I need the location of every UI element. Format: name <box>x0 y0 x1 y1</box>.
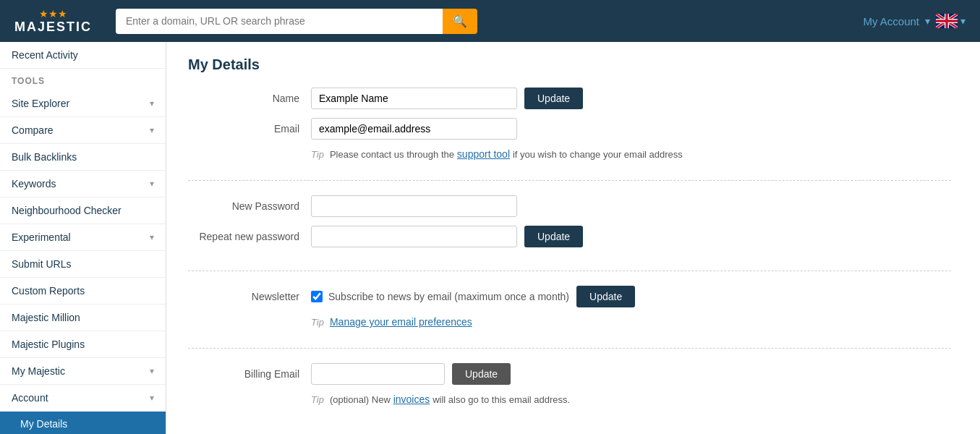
search-button[interactable]: 🔍 <box>443 9 477 34</box>
sidebar-item-majestic-million[interactable]: Majestic Million <box>0 305 166 331</box>
layout: Recent Activity TOOLS Site Explorer ▾ Co… <box>0 42 980 434</box>
logo-stars: ★★★ <box>14 8 92 20</box>
email-row: Email <box>188 118 951 140</box>
repeat-password-label: Repeat new password <box>188 231 311 242</box>
logo-text: MAJESTIC <box>14 20 92 35</box>
billing-tip-before: (optional) New <box>330 394 391 405</box>
newsletter-tip-row: Tip Manage your email preferences <box>311 316 951 328</box>
sidebar-tools-label: TOOLS <box>0 69 166 90</box>
tip-label: Tip <box>311 149 324 160</box>
sidebar-item-majestic-plugins[interactable]: Majestic Plugins <box>0 331 166 358</box>
new-password-input[interactable] <box>311 195 517 217</box>
search-bar: 🔍 <box>116 9 477 34</box>
invoices-link[interactable]: invoices <box>393 393 430 405</box>
newsletter-update-button[interactable]: Update <box>576 286 635 307</box>
my-account-link[interactable]: My Account <box>863 15 919 27</box>
support-tool-link[interactable]: support tool <box>457 148 510 160</box>
chevron-down-icon: ▾ <box>150 232 154 242</box>
newsletter-label: Newsletter <box>188 291 311 302</box>
newsletter-checkbox-row: Subscribe to news by email (maximum once… <box>311 291 569 302</box>
sidebar-item-recent-activity[interactable]: Recent Activity <box>0 42 166 69</box>
billing-email-input[interactable] <box>311 363 445 385</box>
language-chevron-icon: ▾ <box>960 15 966 27</box>
sidebar-item-my-details[interactable]: My Details <box>0 412 166 434</box>
newsletter-checkbox-label: Subscribe to news by email (maximum once… <box>328 291 569 302</box>
repeat-password-input[interactable] <box>311 226 517 247</box>
sidebar-item-keywords[interactable]: Keywords ▾ <box>0 171 166 197</box>
billing-tip-row: Tip (optional) New invoices will also go… <box>311 393 951 405</box>
billing-email-label: Billing Email <box>188 368 311 380</box>
chevron-down-icon: ▾ <box>150 179 154 189</box>
logo: ★★★ MAJESTIC <box>14 8 101 35</box>
email-label: Email <box>188 123 311 135</box>
email-input[interactable] <box>311 118 517 140</box>
sidebar: Recent Activity TOOLS Site Explorer ▾ Co… <box>0 42 166 434</box>
flag-icon <box>936 14 958 28</box>
newsletter-row: Newsletter Subscribe to news by email (m… <box>188 286 951 307</box>
name-update-button[interactable]: Update <box>524 88 583 109</box>
password-section: New Password Repeat new password Update <box>188 195 951 271</box>
billing-section: Billing Email Update Tip (optional) New … <box>188 363 951 425</box>
new-password-label: New Password <box>188 200 311 212</box>
newsletter-section: Newsletter Subscribe to news by email (m… <box>188 286 951 349</box>
manage-email-preferences-link[interactable]: Manage your email preferences <box>330 316 472 328</box>
email-tip-text: Please contact us through the <box>330 149 454 160</box>
sidebar-item-account[interactable]: Account ▾ <box>0 385 166 412</box>
sidebar-item-compare[interactable]: Compare ▾ <box>0 117 166 144</box>
main-content: My Details Name Update Email Tip Please … <box>166 42 980 434</box>
name-input[interactable] <box>311 88 517 109</box>
search-icon: 🔍 <box>453 15 467 27</box>
recent-activity-label: Recent Activity <box>12 49 78 61</box>
sidebar-item-custom-reports[interactable]: Custom Reports <box>0 278 166 305</box>
chevron-down-icon: ▾ <box>150 366 154 376</box>
header: ★★★ MAJESTIC 🔍 My Account ▾ ▾ <box>0 0 980 42</box>
page-title: My Details <box>188 56 951 73</box>
name-label: Name <box>188 93 311 104</box>
sidebar-item-bulk-backlinks[interactable]: Bulk Backlinks <box>0 144 166 171</box>
chevron-down-icon: ▾ <box>150 393 154 403</box>
sidebar-item-submit-urls[interactable]: Submit URLs <box>0 251 166 278</box>
billing-update-button[interactable]: Update <box>452 363 511 385</box>
email-tip-row: Tip Please contact us through the suppor… <box>311 148 951 160</box>
billing-tip-after: will also go to this email address. <box>433 394 570 405</box>
sidebar-item-site-explorer[interactable]: Site Explorer ▾ <box>0 90 166 117</box>
my-account-chevron-icon: ▾ <box>925 15 930 27</box>
tip-label-newsletter: Tip <box>311 317 324 328</box>
newsletter-checkbox[interactable] <box>311 291 323 302</box>
header-right: My Account ▾ ▾ <box>863 14 966 28</box>
new-password-row: New Password <box>188 195 951 217</box>
name-row: Name Update <box>188 88 951 109</box>
password-update-button[interactable]: Update <box>524 226 583 247</box>
chevron-down-icon: ▾ <box>150 125 154 135</box>
chevron-down-icon: ▾ <box>150 98 154 109</box>
email-tip-after: if you wish to change your email address <box>513 149 683 160</box>
repeat-password-row: Repeat new password Update <box>188 226 951 247</box>
sidebar-item-neighbourhood-checker[interactable]: Neighbourhood Checker <box>0 197 166 224</box>
tip-label-billing: Tip <box>311 394 324 405</box>
sidebar-item-experimental[interactable]: Experimental ▾ <box>0 224 166 251</box>
name-email-section: Name Update Email Tip Please contact us … <box>188 88 951 181</box>
sidebar-item-my-majestic[interactable]: My Majestic ▾ <box>0 358 166 385</box>
language-selector[interactable]: ▾ <box>936 14 966 28</box>
search-input[interactable] <box>116 9 443 34</box>
billing-email-row: Billing Email Update <box>188 363 951 385</box>
